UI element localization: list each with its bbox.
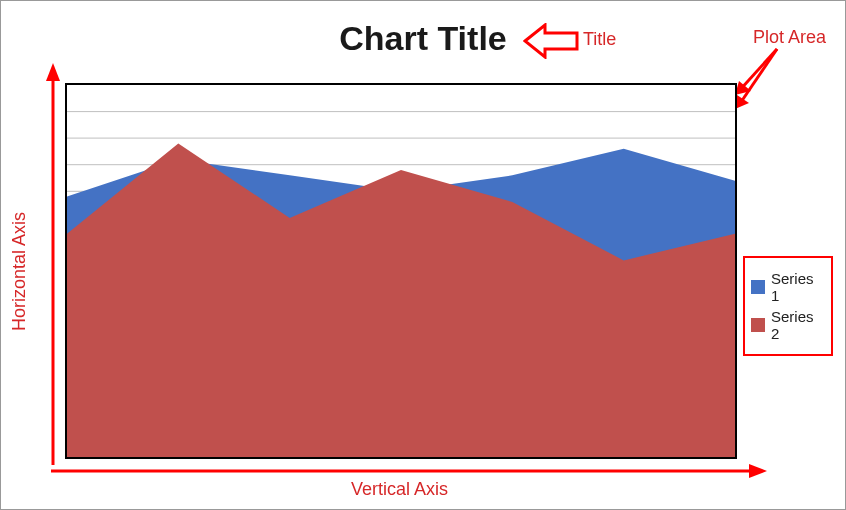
x-axis-arrow-icon — [47, 461, 767, 481]
annotation-horizontal-axis-label: Horizontal Axis — [9, 212, 30, 331]
svg-marker-4 — [735, 95, 749, 109]
chart-legend: Series 1 Series 2 — [743, 256, 833, 356]
svg-marker-0 — [525, 25, 577, 57]
legend-swatch-series-2 — [751, 318, 765, 332]
legend-item-series-2: Series 2 — [751, 308, 825, 342]
annotation-title-label: Title — [583, 29, 616, 50]
title-arrow-icon — [523, 23, 579, 59]
svg-marker-8 — [749, 464, 767, 478]
svg-line-3 — [739, 49, 777, 105]
chart-title: Chart Title — [1, 19, 845, 58]
legend-item-series-1: Series 1 — [751, 270, 825, 304]
y-axis-arrow-icon — [43, 63, 63, 473]
legend-swatch-series-1 — [751, 280, 765, 294]
chart-plot-area — [65, 83, 737, 459]
legend-label-series-2: Series 2 — [771, 308, 825, 342]
svg-marker-6 — [46, 63, 60, 81]
chart-svg — [67, 85, 735, 457]
annotation-vertical-axis-label: Vertical Axis — [351, 479, 448, 500]
legend-label-series-1: Series 1 — [771, 270, 825, 304]
